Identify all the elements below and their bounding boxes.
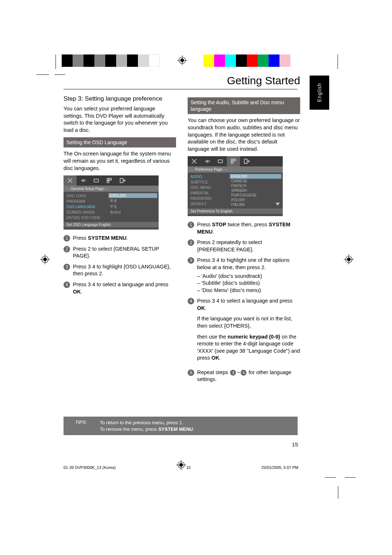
osd-explain: The On-screen language for the system me… [64,150,176,172]
step-text: Press 2 repeatedly to select {PREFERENCE… [197,239,300,253]
inline-step-ref-icon: 4 [241,370,246,376]
language-tab-english: English [310,76,329,110]
step-heading: Step 3: Setting language preference [64,95,176,102]
tab-audio-icon [201,156,214,166]
menu-footer: Set Preference To English [188,208,283,214]
step-number-icon: 2 [64,246,70,252]
menu-footer: Set OSD Language English [64,222,159,227]
page-body: English Getting Started Step 3: Setting … [64,74,329,465]
step-number-icon: 1 [64,235,70,242]
intro-text: You can choose your own preferred langua… [188,117,300,153]
svg-rect-24 [231,162,233,163]
preference-menu-screenshot: - - Preference Page - - AUDIO SUBTITLE D… [188,156,283,216]
menu-option: PORTUGUESE [230,193,281,198]
crop-mark [338,486,338,499]
tips-label: TIPS: [75,420,94,433]
registration-mark-icon [344,254,354,267]
footer-page: 15 [186,465,191,470]
svg-rect-22 [231,159,233,161]
page-title: Getting Started [64,74,329,87]
tab-exit-icon [116,175,129,186]
menu-item-selected: AUDIO [191,174,228,179]
tab-extra-icon [103,175,116,186]
tips-body: To return to the previous menu, press 1.… [100,420,194,433]
page-number: 15 [292,441,298,447]
step-number-icon: 1 [188,222,194,228]
svg-rect-21 [218,160,222,163]
tab-video-icon [90,175,103,186]
svg-rect-18 [110,178,111,180]
footer-file: 01-39 DVP3000K_13 (Korea) [64,465,116,470]
option-item: – 'Subtitle' (disc's subtitles) [197,280,300,287]
menu-item: PROGRAM [66,199,107,204]
menu-title: - - Preference Page - - [188,166,283,173]
svg-rect-19 [107,181,109,183]
menu-option-highlight: ENGLISH [110,194,126,198]
left-column: Step 3: Setting language preference You … [64,95,176,387]
tab-exit-icon [240,156,253,166]
right-column: Setting the Audio, Subtitle and Disc men… [188,95,300,387]
tab-video-icon [214,156,227,166]
crop-mark [338,54,338,69]
step-text: Press 2 to select {GENERAL SETUP PAGE}. [73,246,176,260]
menu-item: DISC LOCK [66,193,107,199]
menu-option: POLISH [230,198,281,202]
step-number-icon: 5 [188,369,194,376]
print-footer: 01-39 DVP3000K_13 (Korea) 15 25/01/2005,… [64,465,329,470]
crop-mark [345,477,356,478]
option-item: – 'Audio' (disc's soundtrack) [197,273,300,280]
step-text: Press STOP twice then, press SYSTEM MENU… [197,221,300,235]
svg-rect-25 [244,159,247,163]
step-text: Press 3 4 to select a language and press… [73,281,176,295]
step-number-icon: 3 [188,257,194,264]
color-bars-right [203,54,290,67]
step-number-icon: 4 [188,298,194,304]
tab-general-icon [64,175,77,186]
svg-rect-23 [234,159,236,161]
menu-option: 中文 [109,198,157,204]
step-text: Press 3 4 to select a language and press… [197,297,300,365]
menu-item: SCREEN SAVER [66,210,107,215]
menu-item: SUBTITLE [191,179,228,185]
tips-bar: TIPS: To return to the previous menu, pr… [64,417,298,435]
option-item: – 'Disc Menu' (disc's menu) [197,287,300,294]
color-bars-left [62,54,160,67]
menu-option: 中文 [109,204,157,210]
tab-preference-icon [227,156,240,166]
menu-item: PASSWORD [191,196,228,201]
menu-option: FRENCH [230,183,281,188]
menu-item: PARENTAL [191,190,228,196]
menu-option: CHINESE [230,179,281,183]
step-text: Press 3 4 to highlight one of the option… [197,257,300,294]
menu-option: ITALIAN [231,203,245,207]
osd-menu-screenshot: - - General Setup Page - - DISC LOCK PRO… [64,175,159,230]
svg-rect-20 [120,178,123,183]
section-audio-subtitle-disc: Setting the Audio, Subtitle and Disc men… [188,97,300,114]
menu-item: DEFAULT [191,201,228,207]
crop-mark [56,54,56,69]
menu-item: DISC MENU [191,185,228,190]
menu-title: - - General Setup Page - - [64,186,159,192]
step-text: Press 3 4 to highlight {OSD LANGUAGE}, t… [73,263,176,278]
step-number-icon: 2 [188,239,194,246]
menu-item-selected: OSD LANGUAGE [66,204,107,210]
step-text: Press SYSTEM MENU. [73,235,128,242]
menu-item: DIVX(R) VOD CODE [66,215,107,220]
tab-audio-icon [77,175,90,186]
svg-rect-17 [107,178,109,180]
step-number-icon: 4 [64,281,70,288]
menu-option: 한국어 [109,210,157,215]
crop-mark [36,74,49,75]
registration-mark-icon [177,55,187,68]
step-text: Repeat steps 3~4 for other language sett… [197,369,300,383]
registration-mark-icon [40,254,50,267]
step-number-icon: 3 [64,264,70,270]
title-rule [64,89,298,89]
menu-option: SPANISH [230,188,281,193]
scroll-down-icon [275,203,280,207]
tab-general-icon [188,156,201,166]
menu-option-highlight: ENGLISH [231,174,247,178]
section-osd-language: Setting the OSD Language [64,137,176,147]
inline-step-ref-icon: 3 [230,370,236,376]
footer-timestamp: 25/01/2005, 5:07 PM [261,465,298,470]
